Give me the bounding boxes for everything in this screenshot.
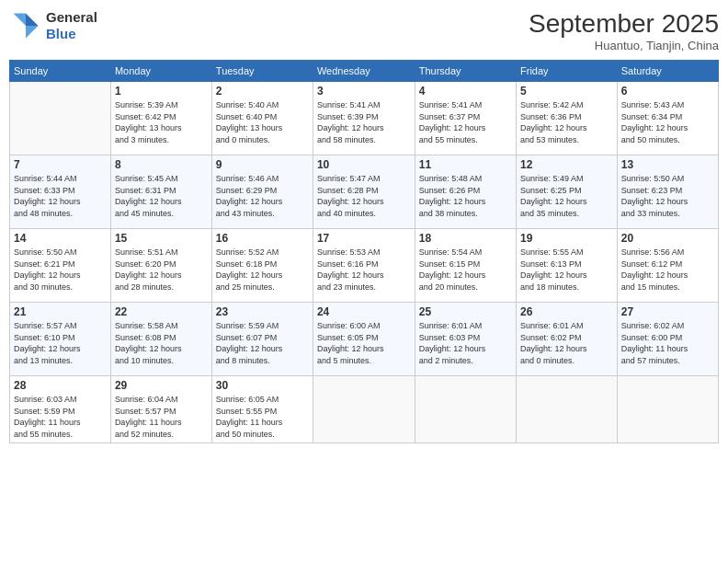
- logo-icon: [9, 9, 42, 42]
- day-number: 6: [621, 85, 714, 98]
- calendar-week-row: 28Sunrise: 6:03 AM Sunset: 5:59 PM Dayli…: [10, 376, 719, 443]
- table-row: [415, 376, 516, 443]
- table-row: 5Sunrise: 5:42 AM Sunset: 6:36 PM Daylig…: [517, 82, 618, 155]
- day-info: Sunrise: 5:50 AM Sunset: 6:21 PM Dayligh…: [14, 247, 107, 293]
- day-number: 21: [14, 305, 107, 318]
- day-number: 23: [216, 305, 309, 318]
- calendar-week-row: 1Sunrise: 5:39 AM Sunset: 6:42 PM Daylig…: [10, 82, 719, 155]
- table-row: 3Sunrise: 5:41 AM Sunset: 6:39 PM Daylig…: [313, 82, 415, 155]
- title-block: September 2025 Huantuo, Tianjin, China: [529, 9, 719, 52]
- day-info: Sunrise: 5:41 AM Sunset: 6:37 PM Dayligh…: [419, 99, 512, 145]
- day-info: Sunrise: 5:40 AM Sunset: 6:40 PM Dayligh…: [216, 99, 309, 145]
- table-row: 28Sunrise: 6:03 AM Sunset: 5:59 PM Dayli…: [10, 376, 111, 443]
- svg-marker-2: [14, 14, 27, 27]
- day-number: 8: [115, 158, 208, 171]
- day-info: Sunrise: 6:01 AM Sunset: 6:03 PM Dayligh…: [419, 320, 512, 366]
- day-info: Sunrise: 5:52 AM Sunset: 6:18 PM Dayligh…: [216, 247, 309, 293]
- day-number: 27: [621, 305, 714, 318]
- day-info: Sunrise: 5:57 AM Sunset: 6:10 PM Dayligh…: [14, 320, 107, 366]
- table-row: 23Sunrise: 5:59 AM Sunset: 6:07 PM Dayli…: [211, 303, 313, 376]
- day-info: Sunrise: 6:02 AM Sunset: 6:00 PM Dayligh…: [621, 320, 714, 366]
- table-row: 21Sunrise: 5:57 AM Sunset: 6:10 PM Dayli…: [10, 303, 111, 376]
- table-row: 29Sunrise: 6:04 AM Sunset: 5:57 PM Dayli…: [110, 376, 211, 443]
- day-number: 9: [216, 158, 309, 171]
- calendar: Sunday Monday Tuesday Wednesday Thursday…: [9, 60, 719, 443]
- day-info: Sunrise: 5:48 AM Sunset: 6:26 PM Dayligh…: [419, 173, 512, 219]
- day-info: Sunrise: 5:58 AM Sunset: 6:08 PM Dayligh…: [115, 320, 208, 366]
- table-row: 27Sunrise: 6:02 AM Sunset: 6:00 PM Dayli…: [617, 303, 718, 376]
- table-row: 14Sunrise: 5:50 AM Sunset: 6:21 PM Dayli…: [10, 229, 111, 303]
- logo-blue-text: Blue: [46, 26, 97, 42]
- logo-general-text: General: [46, 9, 97, 26]
- table-row: 9Sunrise: 5:46 AM Sunset: 6:29 PM Daylig…: [211, 155, 313, 229]
- day-number: 29: [115, 379, 208, 392]
- table-row: 17Sunrise: 5:53 AM Sunset: 6:16 PM Dayli…: [313, 229, 415, 303]
- day-number: 30: [216, 379, 309, 392]
- day-number: 13: [621, 158, 714, 171]
- day-number: 4: [419, 85, 512, 98]
- day-number: 14: [14, 232, 107, 245]
- calendar-header-row: Sunday Monday Tuesday Wednesday Thursday…: [10, 61, 719, 82]
- day-info: Sunrise: 5:50 AM Sunset: 6:23 PM Dayligh…: [621, 173, 714, 219]
- day-info: Sunrise: 5:45 AM Sunset: 6:31 PM Dayligh…: [115, 173, 208, 219]
- table-row: [517, 376, 618, 443]
- svg-marker-1: [26, 26, 39, 39]
- day-number: 18: [419, 232, 512, 245]
- table-row: 24Sunrise: 6:00 AM Sunset: 6:05 PM Dayli…: [313, 303, 415, 376]
- calendar-week-row: 14Sunrise: 5:50 AM Sunset: 6:21 PM Dayli…: [10, 229, 719, 303]
- col-saturday: Saturday: [617, 61, 718, 82]
- table-row: 10Sunrise: 5:47 AM Sunset: 6:28 PM Dayli…: [313, 155, 415, 229]
- day-number: 19: [520, 232, 613, 245]
- day-number: 12: [520, 158, 613, 171]
- day-info: Sunrise: 5:54 AM Sunset: 6:15 PM Dayligh…: [419, 247, 512, 293]
- day-number: 28: [14, 379, 107, 392]
- day-info: Sunrise: 5:39 AM Sunset: 6:42 PM Dayligh…: [115, 99, 208, 145]
- day-info: Sunrise: 5:51 AM Sunset: 6:20 PM Dayligh…: [115, 247, 208, 293]
- table-row: 18Sunrise: 5:54 AM Sunset: 6:15 PM Dayli…: [415, 229, 516, 303]
- table-row: 8Sunrise: 5:45 AM Sunset: 6:31 PM Daylig…: [110, 155, 211, 229]
- day-number: 26: [520, 305, 613, 318]
- day-info: Sunrise: 5:53 AM Sunset: 6:16 PM Dayligh…: [317, 247, 411, 293]
- table-row: 19Sunrise: 5:55 AM Sunset: 6:13 PM Dayli…: [517, 229, 618, 303]
- day-info: Sunrise: 5:55 AM Sunset: 6:13 PM Dayligh…: [520, 247, 613, 293]
- day-info: Sunrise: 5:41 AM Sunset: 6:39 PM Dayligh…: [317, 99, 411, 145]
- table-row: 20Sunrise: 5:56 AM Sunset: 6:12 PM Dayli…: [617, 229, 718, 303]
- day-number: 10: [317, 158, 411, 171]
- day-info: Sunrise: 6:00 AM Sunset: 6:05 PM Dayligh…: [317, 320, 411, 366]
- logo: General Blue: [9, 9, 97, 42]
- day-number: 24: [317, 305, 411, 318]
- day-number: 5: [520, 85, 613, 98]
- day-number: 15: [115, 232, 208, 245]
- table-row: 4Sunrise: 5:41 AM Sunset: 6:37 PM Daylig…: [415, 82, 516, 155]
- calendar-week-row: 21Sunrise: 5:57 AM Sunset: 6:10 PM Dayli…: [10, 303, 719, 376]
- day-info: Sunrise: 5:56 AM Sunset: 6:12 PM Dayligh…: [621, 247, 714, 293]
- table-row: [313, 376, 415, 443]
- day-number: 2: [216, 85, 309, 98]
- day-number: 17: [317, 232, 411, 245]
- day-number: 7: [14, 158, 107, 171]
- table-row: 1Sunrise: 5:39 AM Sunset: 6:42 PM Daylig…: [110, 82, 211, 155]
- day-info: Sunrise: 6:04 AM Sunset: 5:57 PM Dayligh…: [115, 394, 208, 440]
- day-info: Sunrise: 5:46 AM Sunset: 6:29 PM Dayligh…: [216, 173, 309, 219]
- table-row: 26Sunrise: 6:01 AM Sunset: 6:02 PM Dayli…: [517, 303, 618, 376]
- table-row: 7Sunrise: 5:44 AM Sunset: 6:33 PM Daylig…: [10, 155, 111, 229]
- month-title: September 2025: [529, 9, 719, 39]
- table-row: 22Sunrise: 5:58 AM Sunset: 6:08 PM Dayli…: [110, 303, 211, 376]
- col-thursday: Thursday: [415, 61, 516, 82]
- table-row: 2Sunrise: 5:40 AM Sunset: 6:40 PM Daylig…: [211, 82, 313, 155]
- day-info: Sunrise: 5:42 AM Sunset: 6:36 PM Dayligh…: [520, 99, 613, 145]
- col-friday: Friday: [517, 61, 618, 82]
- col-monday: Monday: [110, 61, 211, 82]
- day-info: Sunrise: 5:43 AM Sunset: 6:34 PM Dayligh…: [621, 99, 714, 145]
- table-row: 25Sunrise: 6:01 AM Sunset: 6:03 PM Dayli…: [415, 303, 516, 376]
- col-sunday: Sunday: [10, 61, 111, 82]
- day-number: 22: [115, 305, 208, 318]
- day-number: 20: [621, 232, 714, 245]
- table-row: 6Sunrise: 5:43 AM Sunset: 6:34 PM Daylig…: [617, 82, 718, 155]
- table-row: 11Sunrise: 5:48 AM Sunset: 6:26 PM Dayli…: [415, 155, 516, 229]
- day-number: 3: [317, 85, 411, 98]
- day-number: 16: [216, 232, 309, 245]
- table-row: [617, 376, 718, 443]
- table-row: 13Sunrise: 5:50 AM Sunset: 6:23 PM Dayli…: [617, 155, 718, 229]
- table-row: 12Sunrise: 5:49 AM Sunset: 6:25 PM Dayli…: [517, 155, 618, 229]
